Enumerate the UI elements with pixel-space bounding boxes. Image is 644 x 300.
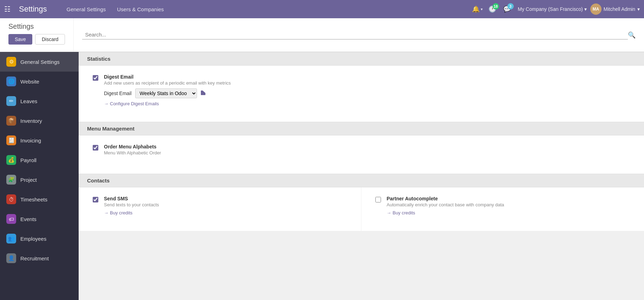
digest-email-desc: Add new users as recipient of a periodic… xyxy=(104,80,231,86)
chat-badge: 3 xyxy=(507,3,514,9)
digest-email-label: Digest Email xyxy=(104,91,132,96)
statistics-section-content: Digest Email Add new users as recipient … xyxy=(79,66,644,122)
topnav-right: 🔔 ▾ 🕐 18 💬 3 My Company (San Francisco) … xyxy=(472,4,640,15)
sidebar-item-payroll[interactable]: 💰 Payroll xyxy=(0,150,79,170)
order-menu-row: Order Menu Alphabets Menu With Alphabeti… xyxy=(93,144,630,158)
digest-email-checkbox[interactable] xyxy=(93,75,98,81)
general-settings-icon: ⚙ xyxy=(6,57,16,67)
order-menu-checkbox[interactable] xyxy=(93,145,98,151)
partner-autocomplete-col: Partner Autocomplete Automatically enric… xyxy=(361,187,644,231)
project-icon: 🧩 xyxy=(6,175,16,185)
digest-email-info: Digest Email Add new users as recipient … xyxy=(104,74,231,106)
configure-digest-link-label: Configure Digest Emails xyxy=(110,101,159,106)
events-icon: 🏷 xyxy=(6,214,16,224)
buy-credits-sms-link[interactable]: → Buy credits xyxy=(104,210,159,215)
sidebar-label-general-settings: General Settings xyxy=(20,59,60,65)
search-icon[interactable]: 🔍 xyxy=(628,31,636,39)
sidebar-item-general-settings[interactable]: ⚙ General Settings xyxy=(0,52,79,72)
buy-credits-partner-link[interactable]: → Buy credits xyxy=(387,210,504,215)
partner-autocomplete-checkbox[interactable] xyxy=(375,197,381,202)
avatar: MA xyxy=(590,4,602,15)
payroll-icon: 💰 xyxy=(6,155,16,165)
save-button[interactable]: Save xyxy=(8,34,32,45)
send-sms-info: Send SMS Send texts to your contacts → B… xyxy=(104,196,159,215)
sidebar-label-recruitment: Recruitment xyxy=(20,255,49,261)
main-layout: ⚙ General Settings 🌐 Website ✏ Leaves 📦 … xyxy=(0,52,644,300)
topnav-menu-users-companies[interactable]: Users & Companies xyxy=(111,4,169,14)
leaves-icon: ✏ xyxy=(6,96,16,106)
page-title: Settings xyxy=(8,22,65,31)
topnav-menu: General Settings Users & Companies xyxy=(61,4,170,14)
notification-bell-btn[interactable]: 🔔 ▾ xyxy=(472,5,483,13)
user-dropdown-icon: ▾ xyxy=(637,6,640,12)
arrow-right-icon-sms: → xyxy=(104,210,109,215)
digest-select-row: Digest Email Weekly Stats in Odoo Daily … xyxy=(104,88,231,98)
sidebar-label-timesheets: Timesheets xyxy=(20,196,47,202)
activity-btn[interactable]: 🕐 18 xyxy=(488,5,496,13)
sidebar-label-payroll: Payroll xyxy=(20,157,37,163)
sidebar-label-invoicing: Invoicing xyxy=(20,138,41,144)
sidebar-item-events[interactable]: 🏷 Events xyxy=(0,209,79,229)
buy-credits-sms-label: Buy credits xyxy=(110,210,132,215)
digest-external-link-icon[interactable] xyxy=(201,90,206,97)
buy-credits-partner-label: Buy credits xyxy=(393,210,415,215)
website-icon: 🌐 xyxy=(6,76,16,86)
employees-icon: 👥 xyxy=(6,234,16,244)
sidebar-item-timesheets[interactable]: ⏱ Timesheets xyxy=(0,189,79,209)
partner-autocomplete-desc: Automatically enrich your contact base w… xyxy=(387,202,504,207)
sidebar-label-leaves: Leaves xyxy=(20,98,37,104)
bell-icon: 🔔 xyxy=(472,5,480,13)
sidebar: ⚙ General Settings 🌐 Website ✏ Leaves 📦 … xyxy=(0,52,79,300)
sidebar-item-employees[interactable]: 👥 Employees xyxy=(0,229,79,248)
order-menu-info: Order Menu Alphabets Menu With Alphabeti… xyxy=(104,144,161,158)
sidebar-label-website: Website xyxy=(20,79,39,85)
sidebar-label-employees: Employees xyxy=(20,236,46,242)
recruitment-icon: 👤 xyxy=(6,253,16,263)
bell-dropdown-icon: ▾ xyxy=(481,7,483,12)
inventory-icon: 📦 xyxy=(6,116,16,126)
apps-icon[interactable]: ☷ xyxy=(4,5,11,13)
invoicing-icon: 🧾 xyxy=(6,135,16,145)
user-name: Mitchell Admin xyxy=(604,6,635,12)
partner-autocomplete-row: Partner Autocomplete Automatically enric… xyxy=(375,196,630,215)
sidebar-item-recruitment[interactable]: 👤 Recruitment xyxy=(0,248,79,268)
configure-digest-emails-link[interactable]: → Configure Digest Emails xyxy=(104,101,231,106)
menu-management-section-content: Order Menu Alphabets Menu With Alphabeti… xyxy=(79,135,644,174)
sidebar-item-invoicing[interactable]: 🧾 Invoicing xyxy=(0,131,79,150)
statistics-section-header: Statistics xyxy=(79,52,644,66)
user-menu[interactable]: MA Mitchell Admin ▾ xyxy=(590,4,640,15)
topnav-menu-general-settings[interactable]: General Settings xyxy=(61,4,112,14)
main-content: Statistics Digest Email Add new users as… xyxy=(79,52,644,300)
sidebar-item-inventory[interactable]: 📦 Inventory xyxy=(0,111,79,131)
sidebar-item-project[interactable]: 🧩 Project xyxy=(0,170,79,189)
sidebar-label-inventory: Inventory xyxy=(20,118,42,124)
contacts-section-content: Send SMS Send texts to your contacts → B… xyxy=(79,187,644,231)
sidebar-label-events: Events xyxy=(20,216,37,222)
sidebar-label-project: Project xyxy=(20,177,37,183)
company-selector[interactable]: My Company (San Francisco) ▾ xyxy=(518,6,587,12)
digest-email-row: Digest Email Add new users as recipient … xyxy=(93,74,630,106)
send-sms-title: Send SMS xyxy=(104,196,159,201)
order-menu-desc: Menu With Alphabetic Order xyxy=(104,150,161,155)
send-sms-desc: Send texts to your contacts xyxy=(104,202,159,207)
arrow-right-icon: → xyxy=(104,101,109,106)
send-sms-checkbox[interactable] xyxy=(93,197,98,202)
app-title: Settings xyxy=(19,5,47,14)
company-name: My Company (San Francisco) xyxy=(518,6,583,12)
activity-badge: 18 xyxy=(493,3,499,9)
digest-email-select[interactable]: Weekly Stats in Odoo Daily Stats in Odoo… xyxy=(135,88,197,98)
timesheets-icon: ⏱ xyxy=(6,194,16,204)
partner-autocomplete-title: Partner Autocomplete xyxy=(387,196,504,201)
digest-email-title: Digest Email xyxy=(104,74,231,80)
order-menu-title: Order Menu Alphabets xyxy=(104,144,161,149)
company-dropdown-icon: ▾ xyxy=(584,6,587,12)
sidebar-item-leaves[interactable]: ✏ Leaves xyxy=(0,91,79,111)
chat-btn[interactable]: 💬 3 xyxy=(503,5,511,13)
sidebar-item-website[interactable]: 🌐 Website xyxy=(0,72,79,91)
partner-autocomplete-info: Partner Autocomplete Automatically enric… xyxy=(387,196,504,215)
search-input[interactable] xyxy=(82,30,628,40)
send-sms-col: Send SMS Send texts to your contacts → B… xyxy=(79,187,361,231)
arrow-right-icon-partner: → xyxy=(387,210,391,215)
discard-button[interactable]: Discard xyxy=(35,34,65,45)
topnav: ☷ Settings General Settings Users & Comp… xyxy=(0,0,644,18)
